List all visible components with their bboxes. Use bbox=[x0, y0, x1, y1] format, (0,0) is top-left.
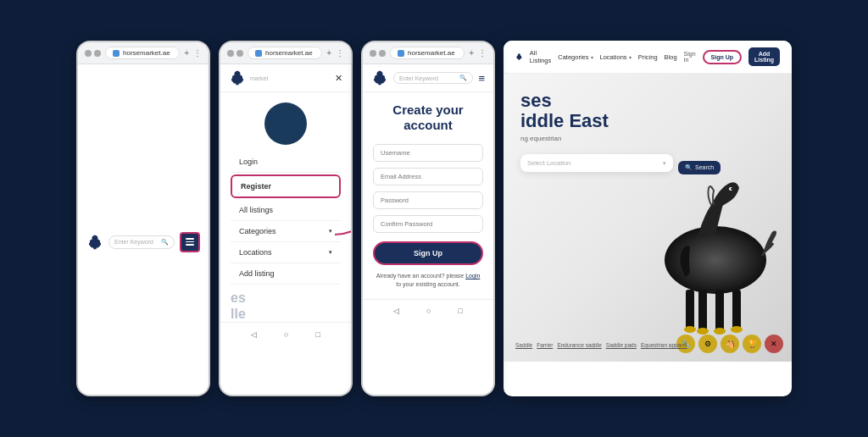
menu-add-listing-label: Add listing bbox=[239, 269, 275, 278]
phone2-frame: horsemarket.ae + ⋮ market ✕ Login Regi bbox=[219, 41, 353, 396]
tag-endurance-saddle[interactable]: Endurance saddle bbox=[557, 342, 601, 348]
desktop-search-row: Select Location ▾ 🔍 Search bbox=[520, 154, 775, 180]
tag-equestrian-apparel[interactable]: Equestrian apparel bbox=[641, 342, 687, 348]
phone2-market-text: market bbox=[250, 75, 335, 81]
add-listing-button[interactable]: Add Listing bbox=[748, 47, 780, 66]
desktop-search-bar: Select Location ▾ bbox=[520, 154, 673, 172]
menu-avatar bbox=[264, 102, 307, 145]
phone2-bottom-bar: ◁ ○ □ bbox=[220, 322, 351, 346]
window-controls bbox=[85, 50, 101, 57]
svg-point-8 bbox=[697, 328, 709, 335]
confirm-password-field[interactable] bbox=[373, 215, 483, 233]
icon-settings[interactable]: ⚙ bbox=[698, 335, 717, 353]
phone3-favicon bbox=[398, 50, 404, 57]
desktop-hero-line2: iddle East bbox=[520, 110, 609, 131]
form-title-line1: Create your bbox=[392, 102, 463, 117]
desktop-frame: All Listings Categories ▾ Locations ▾ Pr… bbox=[504, 41, 792, 396]
search-icon: 🔍 bbox=[161, 239, 169, 246]
phone3-address-bar: horsemarket.ae bbox=[390, 47, 465, 59]
phone3-menu-icon[interactable]: ⋮ bbox=[478, 48, 487, 58]
phone3-logo-icon bbox=[371, 69, 388, 86]
tag-saddle-pads[interactable]: Saddle pads bbox=[606, 342, 637, 348]
svg-rect-5 bbox=[686, 290, 694, 330]
menu-item-locations[interactable]: Locations ▾ bbox=[231, 242, 341, 263]
tab-plus-icon[interactable]: + bbox=[184, 48, 189, 58]
phone1-browser-bar: horsemarket.ae + ⋮ bbox=[78, 42, 209, 64]
phone3-home-icon[interactable]: ○ bbox=[426, 307, 431, 315]
phone2-recents-icon[interactable]: □ bbox=[316, 330, 320, 339]
hamburger-line3 bbox=[186, 244, 194, 246]
nav-all-listings[interactable]: All Listings bbox=[530, 49, 551, 64]
phone3-browser-bar: horsemarket.ae + ⋮ bbox=[363, 42, 493, 64]
phone2-favicon bbox=[255, 50, 262, 57]
desktop-search-button[interactable]: 🔍 Search bbox=[678, 161, 721, 174]
phone2-win-btn-2 bbox=[236, 50, 243, 57]
menu-item-register[interactable]: Register bbox=[231, 174, 341, 198]
nav-blog[interactable]: Blog bbox=[665, 53, 677, 61]
phone1-navbar: Enter Keyword 🔍 bbox=[78, 64, 209, 396]
menu-items-list: Login Register All listings Categories ▾… bbox=[220, 152, 351, 285]
phone3-search-icon: 🔍 bbox=[459, 75, 467, 81]
icon-horse[interactable]: 🐴 bbox=[721, 335, 739, 353]
menu-all-listings-label: All listings bbox=[239, 206, 273, 214]
desktop-logo-icon bbox=[515, 47, 523, 66]
close-menu-button[interactable]: ✕ bbox=[335, 73, 342, 84]
phone3-hamburger-icon[interactable]: ≡ bbox=[478, 72, 485, 85]
locations-chevron: ▾ bbox=[329, 249, 332, 256]
nav-categories[interactable]: Categories ▾ bbox=[558, 53, 593, 61]
win-btn-2 bbox=[94, 50, 101, 57]
menu-item-add-listing[interactable]: Add listing bbox=[231, 263, 341, 285]
categories-chevron: ▾ bbox=[329, 228, 332, 235]
signin-button[interactable]: Sign In bbox=[684, 51, 696, 63]
menu-item-login[interactable]: Login bbox=[231, 152, 341, 173]
phone1-search-box[interactable]: Enter Keyword 🔍 bbox=[108, 235, 175, 249]
phone2-back-icon[interactable]: ◁ bbox=[251, 330, 257, 339]
phone2-home-icon[interactable]: ○ bbox=[284, 330, 288, 339]
username-field[interactable] bbox=[373, 144, 483, 162]
desktop-hero-title: ses iddle East bbox=[520, 91, 775, 131]
phone3-bottom-bar: ◁ ○ □ bbox=[363, 299, 493, 323]
menu-locations-label: Locations bbox=[239, 248, 272, 257]
phone3-content: Create your account Sign Up Already have… bbox=[363, 92, 493, 299]
browser-menu-icon[interactable]: ⋮ bbox=[193, 48, 202, 58]
svg-point-10 bbox=[731, 326, 743, 333]
phone3-search-bar[interactable]: Enter Keyword 🔍 bbox=[393, 72, 473, 84]
login-link[interactable]: Login bbox=[465, 273, 480, 279]
phone2-menu-icon[interactable]: ⋮ bbox=[336, 48, 344, 58]
hamburger-line1 bbox=[186, 238, 194, 240]
icon-trophy[interactable]: 🏆 bbox=[743, 335, 761, 353]
phone1-address-bar: horsemarket.ae bbox=[105, 47, 180, 59]
email-field[interactable] bbox=[373, 168, 483, 185]
logo-icon bbox=[86, 234, 103, 251]
phone2-browser-bar: horsemarket.ae + ⋮ bbox=[220, 42, 351, 64]
icon-close[interactable]: ✕ bbox=[765, 335, 783, 353]
win-btn-1 bbox=[85, 50, 92, 57]
svg-point-1 bbox=[665, 226, 766, 294]
desktop-search-icon: 🔍 bbox=[685, 164, 693, 171]
phone1-url: horsemarket.ae bbox=[123, 49, 170, 57]
desktop-signup-button[interactable]: Sign Up bbox=[703, 50, 742, 64]
hamburger-button[interactable] bbox=[180, 232, 200, 252]
nav-pricing[interactable]: Pricing bbox=[638, 53, 658, 61]
tag-saddle[interactable]: Saddle bbox=[515, 342, 532, 348]
signup-button[interactable]: Sign Up bbox=[373, 241, 483, 265]
phone2-tab-plus[interactable]: + bbox=[326, 48, 331, 58]
phone3-recents-icon[interactable]: □ bbox=[459, 307, 463, 315]
menu-item-categories[interactable]: Categories ▾ bbox=[231, 221, 341, 242]
password-field[interactable] bbox=[373, 191, 483, 209]
desktop-search-placeholder[interactable]: Select Location bbox=[527, 159, 658, 167]
phone3-back-icon[interactable]: ◁ bbox=[393, 307, 399, 315]
menu-item-all-listings[interactable]: All listings bbox=[231, 200, 341, 221]
phone2-window-controls bbox=[227, 50, 243, 57]
phone3-tab-plus[interactable]: + bbox=[469, 48, 474, 58]
desktop-nav-items: All Listings Categories ▾ Locations ▾ Pr… bbox=[530, 49, 677, 64]
phone2-address-bar: horsemarket.ae bbox=[248, 47, 322, 59]
tag-farrier[interactable]: Farrier bbox=[537, 342, 553, 348]
already-text: Already have an account? please bbox=[376, 273, 465, 279]
phone3-win-btn-2 bbox=[379, 50, 386, 57]
phone3-frame: horsemarket.ae + ⋮ Enter Keyword 🔍 ≡ Cre… bbox=[361, 41, 495, 396]
desktop-hero: ses iddle East ng equestrian Select Loca… bbox=[504, 74, 792, 362]
hamburger-line2 bbox=[186, 241, 194, 243]
nav-locations[interactable]: Locations ▾ bbox=[600, 53, 632, 61]
form-title: Create your account bbox=[373, 102, 483, 133]
